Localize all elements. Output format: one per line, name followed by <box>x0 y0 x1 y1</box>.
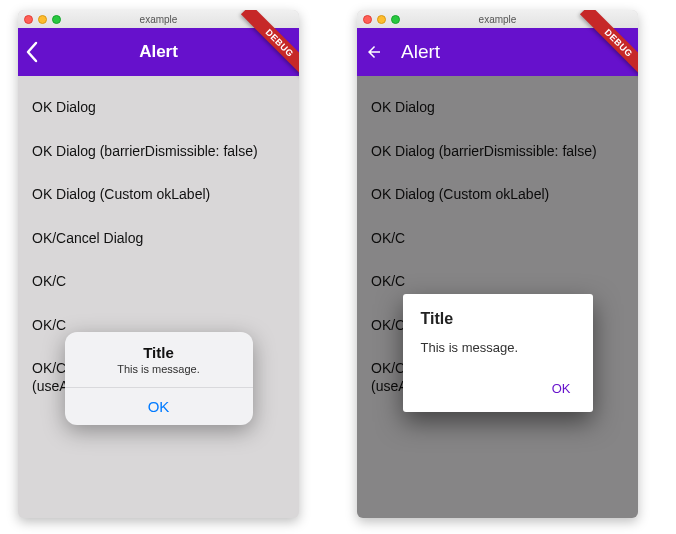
ios-screen: example Alert DEBUG OK Dialog OK Dialog … <box>18 10 299 518</box>
list-item[interactable]: OK Dialog (barrierDismissible: false) <box>18 130 299 174</box>
zoom-dot-icon[interactable] <box>52 15 61 24</box>
traffic-lights <box>24 15 61 24</box>
minimize-dot-icon[interactable] <box>377 15 386 24</box>
zoom-dot-icon[interactable] <box>391 15 400 24</box>
dialog-title: Title <box>421 310 575 328</box>
screen-content: OK Dialog OK Dialog (barrierDismissible:… <box>18 76 299 518</box>
close-dot-icon[interactable] <box>24 15 33 24</box>
chevron-left-icon <box>24 41 38 63</box>
alert-dialog-material: Title This is message. OK <box>403 294 593 412</box>
dialog-actions: OK <box>421 375 575 402</box>
dialog-title: Title <box>65 332 253 361</box>
list-item[interactable]: OK/Cancel Dialog <box>18 217 299 261</box>
ok-button[interactable]: OK <box>548 375 575 402</box>
close-dot-icon[interactable] <box>363 15 372 24</box>
arrow-back-icon <box>365 43 383 61</box>
dialog-message: This is message. <box>65 361 253 387</box>
app-bar: Alert DEBUG <box>357 28 638 76</box>
alert-dialog-cupertino: Title This is message. OK <box>65 332 253 425</box>
dialog-message: This is message. <box>421 340 575 355</box>
app-bar: Alert DEBUG <box>18 28 299 76</box>
back-button[interactable] <box>24 28 38 76</box>
back-button[interactable] <box>365 43 383 61</box>
page-title: Alert <box>139 42 178 62</box>
list-item[interactable]: OK/C <box>18 260 299 304</box>
android-screen: example Alert DEBUG OK Dialog OK Dialog … <box>357 10 638 518</box>
ok-button[interactable]: OK <box>65 388 253 425</box>
page-title: Alert <box>401 41 440 63</box>
minimize-dot-icon[interactable] <box>38 15 47 24</box>
screen-content: OK Dialog OK Dialog (barrierDismissible:… <box>357 76 638 518</box>
traffic-lights <box>363 15 400 24</box>
list-item[interactable]: OK Dialog <box>18 86 299 130</box>
list-item[interactable]: OK Dialog (Custom okLabel) <box>18 173 299 217</box>
